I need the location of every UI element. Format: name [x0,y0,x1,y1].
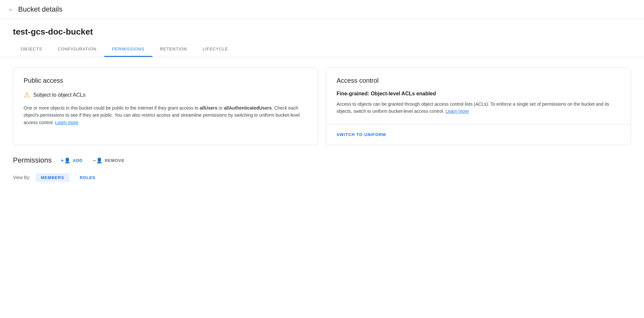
remove-permissions-button[interactable]: –👤 REMOVE [92,155,126,165]
public-access-learn-more-link[interactable]: Learn more [55,120,78,125]
tab-lifecycle[interactable]: LIFECYCLE [195,42,236,57]
access-control-type-label: Fine-grained: Object-level ACLs enabled [337,91,620,97]
back-button[interactable]: ← [8,6,14,13]
access-control-card-title: Access control [337,77,620,84]
tab-objects[interactable]: OBJECTS [13,42,50,57]
warning-row: ⚠ Subject to object ACLs [24,91,307,99]
access-control-card-footer: SWITCH TO UNIFORM [326,124,631,145]
remove-button-label: REMOVE [105,158,125,163]
permissions-section-header: Permissions +👤 ADD –👤 REMOVE [13,155,631,165]
permissions-section-title: Permissions [13,156,52,164]
public-access-card-title: Public access [24,77,307,84]
access-control-card-body: Access control Fine-grained: Object-leve… [326,68,631,124]
all-users-bold: allUsers [200,105,217,111]
main-content: Public access ⚠ Subject to object ACLs O… [0,57,644,192]
warning-label: Subject to object ACLs [33,92,85,98]
public-access-description: One or more objects in this bucket could… [24,104,307,126]
switch-to-uniform-button[interactable]: SWITCH TO UNIFORM [337,130,386,140]
bucket-name-section: test-gcs-doc-bucket [0,19,644,37]
access-control-card: Access control Fine-grained: Object-leve… [326,68,631,145]
access-control-description: Access to objects can be granted through… [337,101,620,115]
cards-row: Public access ⚠ Subject to object ACLs O… [13,68,631,145]
view-by-roles-button[interactable]: ROLES [74,173,101,182]
warning-icon: ⚠ [24,91,30,99]
remove-person-icon: –👤 [93,157,103,164]
tab-retention[interactable]: RETENTION [152,42,195,57]
tabs-container: OBJECTS CONFIGURATION PERMISSIONS RETENT… [0,42,644,57]
bucket-name: test-gcs-doc-bucket [13,27,631,37]
view-by-members-button[interactable]: MEMBERS [36,173,69,182]
view-by-label: View By: [13,175,30,180]
page-header: ← Bucket details [0,0,644,19]
add-person-icon: +👤 [61,157,71,164]
public-access-card-body: Public access ⚠ Subject to object ACLs O… [13,68,318,135]
add-button-label: ADD [73,158,83,163]
all-auth-users-bold: allAuthenticatedUsers [224,105,272,111]
page-title: Bucket details [18,5,62,14]
view-by-row: View By: MEMBERS ROLES [13,173,631,182]
tab-configuration[interactable]: CONFIGURATION [50,42,104,57]
public-access-card: Public access ⚠ Subject to object ACLs O… [13,68,318,145]
access-control-learn-more-link[interactable]: Learn more [446,109,469,114]
add-permissions-button[interactable]: +👤 ADD [60,155,84,165]
tab-permissions[interactable]: PERMISSIONS [104,42,152,57]
